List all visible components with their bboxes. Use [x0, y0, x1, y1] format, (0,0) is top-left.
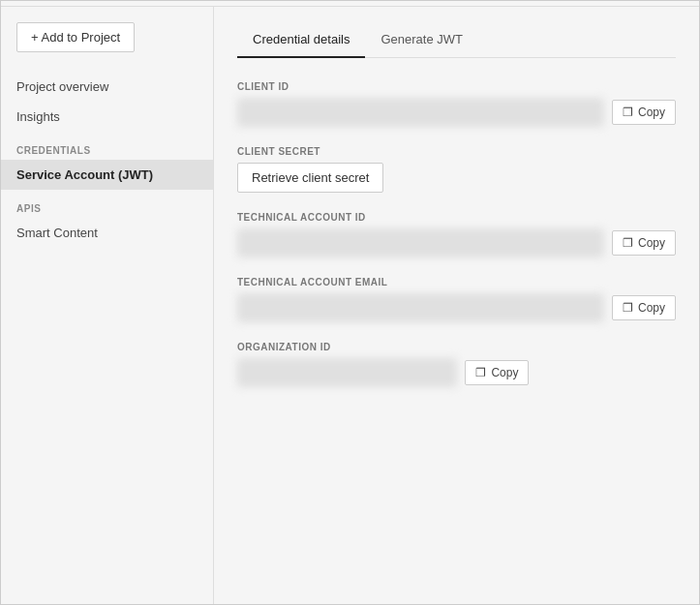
sidebar: + Add to Project Project overview Insigh…: [1, 7, 214, 604]
organization-id-label: ORGANIZATION ID: [237, 342, 676, 352]
copy-icon-3: ❐: [623, 301, 633, 315]
client-secret-section: CLIENT SECRET Retrieve client secret: [237, 146, 676, 193]
add-to-project-button[interactable]: + Add to Project: [16, 22, 135, 52]
organization-id-row: ❐ Copy: [237, 358, 676, 387]
retrieve-client-secret-button[interactable]: Retrieve client secret: [237, 163, 383, 193]
tabs-bar: Credential details Generate JWT: [237, 22, 676, 58]
technical-account-email-copy-button[interactable]: ❐ Copy: [612, 295, 676, 320]
copy-icon-2: ❐: [623, 236, 633, 250]
client-id-row: ❐ Copy: [237, 98, 676, 127]
copy-icon-4: ❐: [475, 366, 486, 379]
sidebar-item-smart-content[interactable]: Smart Content: [1, 218, 213, 248]
technical-account-id-value: [237, 228, 604, 257]
main-window: + Add to Project Project overview Insigh…: [0, 0, 700, 605]
technical-account-id-copy-label: Copy: [638, 236, 665, 250]
copy-icon: ❐: [623, 106, 633, 119]
client-id-copy-label: Copy: [638, 106, 665, 119]
technical-account-email-copy-label: Copy: [638, 301, 665, 315]
technical-account-email-row: ❐ Copy: [237, 293, 676, 322]
technical-account-email-value: [237, 293, 604, 322]
technical-account-email-label: TECHNICAL ACCOUNT EMAIL: [237, 277, 676, 287]
main-layout: + Add to Project Project overview Insigh…: [1, 7, 699, 604]
technical-account-id-row: ❐ Copy: [237, 228, 676, 257]
technical-account-id-copy-button[interactable]: ❐ Copy: [612, 230, 676, 256]
client-id-value: [237, 98, 604, 127]
content-area: Credential details Generate JWT CLIENT I…: [214, 7, 699, 604]
technical-account-id-label: TECHNICAL ACCOUNT ID: [237, 212, 676, 223]
credentials-section-label: CREDENTIALS: [1, 132, 213, 160]
client-id-label: CLIENT ID: [237, 81, 676, 92]
client-id-section: CLIENT ID ❐ Copy: [237, 81, 676, 127]
sidebar-item-service-account[interactable]: Service Account (JWT): [1, 160, 213, 190]
sidebar-item-insights[interactable]: Insights: [1, 102, 213, 132]
organization-id-copy-button[interactable]: ❐ Copy: [465, 360, 529, 385]
tab-credential-details[interactable]: Credential details: [237, 22, 365, 58]
client-id-copy-button[interactable]: ❐ Copy: [612, 100, 676, 125]
apis-section-label: APIS: [1, 190, 213, 218]
organization-id-section: ORGANIZATION ID ❐ Copy: [237, 342, 676, 387]
tab-generate-jwt[interactable]: Generate JWT: [365, 22, 478, 58]
organization-id-value: [237, 358, 457, 387]
technical-account-id-section: TECHNICAL ACCOUNT ID ❐ Copy: [237, 212, 676, 257]
sidebar-item-project-overview[interactable]: Project overview: [1, 72, 213, 102]
organization-id-copy-label: Copy: [491, 366, 518, 379]
client-secret-label: CLIENT SECRET: [237, 146, 676, 157]
technical-account-email-section: TECHNICAL ACCOUNT EMAIL ❐ Copy: [237, 277, 676, 322]
client-secret-row: Retrieve client secret: [237, 163, 676, 193]
